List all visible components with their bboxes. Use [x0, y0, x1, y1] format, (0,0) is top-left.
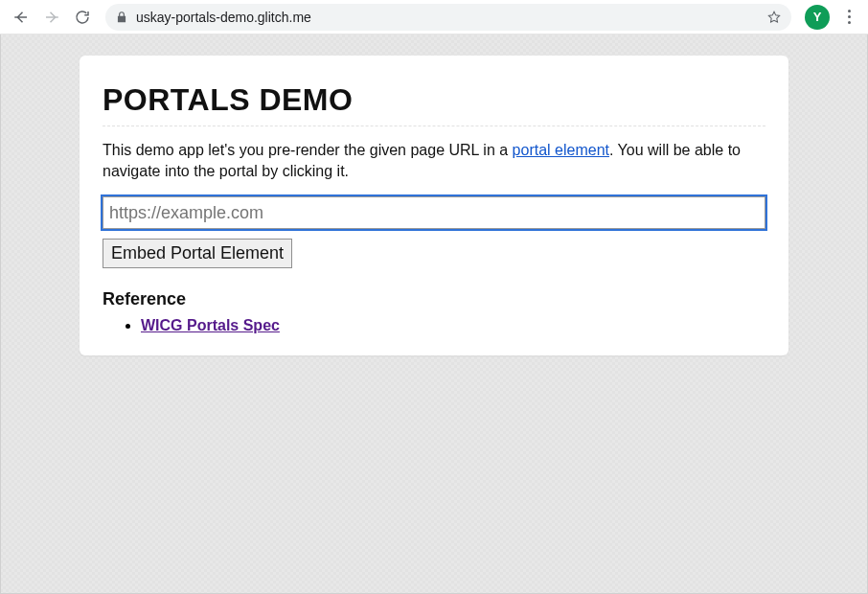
dot-icon	[848, 21, 851, 24]
address-bar[interactable]: uskay-portals-demo.glitch.me	[105, 4, 791, 31]
title-divider	[103, 126, 765, 126]
embed-portal-button[interactable]: Embed Portal Element	[103, 239, 292, 268]
bookmark-button[interactable]	[766, 10, 782, 25]
forward-button[interactable]	[38, 4, 65, 31]
dot-icon	[848, 15, 851, 18]
portal-element-link[interactable]: portal element	[513, 142, 609, 158]
arrow-right-icon	[43, 9, 60, 26]
browser-menu-button[interactable]	[837, 10, 860, 24]
lock-icon	[115, 11, 128, 24]
arrow-left-icon	[12, 9, 30, 26]
wicg-portals-spec-link[interactable]: WICG Portals Spec	[141, 317, 280, 333]
reference-list: WICG Portals Spec	[103, 317, 765, 334]
reload-button[interactable]	[69, 4, 96, 31]
page-viewport: PORTALS DEMO This demo app let's you pre…	[0, 34, 868, 594]
page-title: PORTALS DEMO	[103, 82, 765, 118]
star-icon	[766, 10, 782, 25]
browser-toolbar: uskay-portals-demo.glitch.me Y	[0, 0, 868, 34]
avatar-initial: Y	[813, 10, 822, 24]
back-button[interactable]	[8, 4, 34, 31]
url-input[interactable]	[103, 196, 765, 229]
address-bar-text: uskay-portals-demo.glitch.me	[136, 10, 766, 25]
dot-icon	[848, 10, 851, 12]
profile-avatar[interactable]: Y	[805, 5, 830, 30]
content-card: PORTALS DEMO This demo app let's you pre…	[80, 56, 788, 355]
intro-text-before: This demo app let's you pre-render the g…	[103, 142, 513, 158]
reload-icon	[74, 9, 91, 26]
reference-heading: Reference	[103, 289, 765, 309]
intro-text: This demo app let's you pre-render the g…	[103, 140, 765, 181]
list-item: WICG Portals Spec	[141, 317, 765, 334]
